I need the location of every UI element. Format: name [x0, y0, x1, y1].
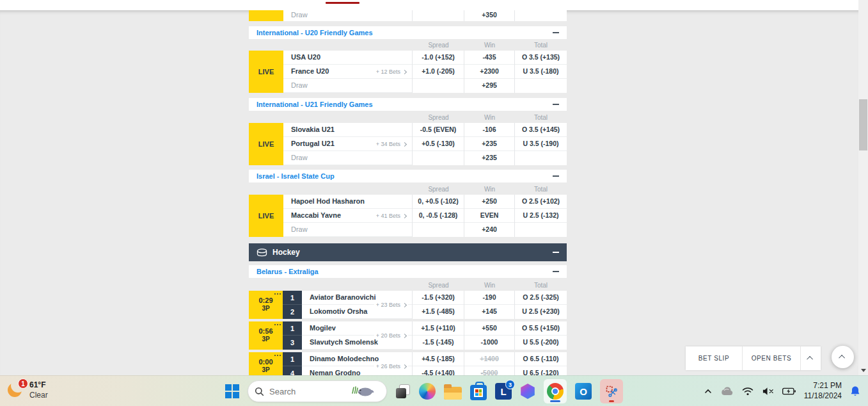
more-bets-link[interactable]: + 23 Bets: [374, 302, 408, 308]
chrome-icon: [547, 383, 564, 400]
spread-odds-cell[interactable]: [413, 79, 464, 93]
spread-odds-cell[interactable]: +1.5 (+110): [413, 321, 464, 336]
league-header[interactable]: Belarus - Extraliga: [249, 265, 567, 278]
outlook-icon[interactable]: O: [575, 383, 592, 400]
scrollbar-down-arrow[interactable]: [861, 369, 866, 372]
bet-slip-button[interactable]: BET SLIP: [686, 346, 742, 370]
win-odds-cell[interactable]: EVEN: [464, 209, 514, 223]
total-odds-cell[interactable]: U 5.5 (-200): [515, 336, 567, 350]
collapse-icon[interactable]: [553, 252, 559, 253]
spread-odds-cell[interactable]: -0.5 (EVEN): [413, 123, 464, 137]
more-options-icon[interactable]: [277, 355, 278, 356]
start-button[interactable]: [225, 384, 239, 398]
spread-odds-cell[interactable]: 0, +0.5 (-102): [413, 195, 464, 209]
copilot-icon[interactable]: [419, 383, 436, 400]
total-odds-cell[interactable]: O 2.5 (-325): [515, 291, 567, 305]
win-odds-cell[interactable]: +235: [464, 151, 514, 165]
league-header[interactable]: Israel - Israel State Cup: [249, 170, 567, 183]
total-odds-cell[interactable]: O 6.5 (-110): [515, 352, 567, 366]
scrollbar[interactable]: [858, 0, 868, 375]
win-odds-cell[interactable]: +295: [464, 79, 514, 93]
total-odds-cell[interactable]: U 6.5 (-120): [515, 366, 567, 375]
app-l-icon[interactable]: L 3: [495, 383, 512, 400]
win-odds-cell[interactable]: +2300: [464, 65, 514, 79]
collapse-icon[interactable]: [553, 104, 559, 105]
more-bets-link[interactable]: + 41 Bets: [374, 213, 408, 219]
win-odds-cell[interactable]: -435: [464, 51, 514, 65]
spread-odds-cell[interactable]: 0, -0.5 (-128): [413, 209, 464, 223]
chrome-taskbar-button[interactable]: [544, 379, 567, 403]
battery-charging-icon[interactable]: [782, 387, 796, 395]
more-bets-link[interactable]: + 20 Bets: [374, 332, 408, 339]
total-odds-cell[interactable]: U 3.5 (-180): [515, 65, 567, 79]
taskbar-clock[interactable]: 7:21 PM 11/18/2024: [804, 381, 842, 401]
win-odds-cell[interactable]: +235: [464, 137, 514, 151]
draw-row[interactable]: Draw: [283, 223, 412, 237]
spread-odds-cell[interactable]: -4.5 (+140): [413, 366, 464, 375]
weather-widget[interactable]: 1 61°F Clear: [6, 380, 48, 400]
spread-odds-cell[interactable]: +0.5 (-130): [413, 137, 464, 151]
spread-odds-cell[interactable]: -1.5 (+320): [413, 291, 464, 305]
total-odds-cell[interactable]: O 3.5 (+135): [515, 51, 567, 65]
total-column: O 6.5 (-110) U 6.5 (-120): [515, 352, 567, 375]
win-odds-cell[interactable]: -1000: [464, 336, 514, 350]
team-name[interactable]: Hapoel Hod Hasharon: [283, 195, 412, 209]
volume-muted-icon[interactable]: [762, 387, 774, 396]
snipping-tool-button[interactable]: [600, 379, 623, 403]
total-odds-cell[interactable]: U 3.5 (-190): [515, 137, 567, 151]
win-odds-cell[interactable]: -106: [464, 123, 514, 137]
scroll-to-top-button[interactable]: [832, 346, 854, 368]
taskbar-search-box[interactable]: [248, 380, 387, 402]
more-bets-link[interactable]: + 26 Bets: [374, 363, 408, 369]
win-odds-cell[interactable]: +550: [464, 321, 514, 336]
total-odds-cell[interactable]: [515, 79, 567, 93]
win-odds-cell[interactable]: +240: [464, 223, 514, 237]
expand-betslip-button[interactable]: [800, 346, 821, 370]
more-options-icon[interactable]: [277, 293, 278, 295]
spread-odds-cell[interactable]: -1.5 (-145): [413, 336, 464, 350]
more-bets-link[interactable]: + 34 Bets: [374, 141, 408, 147]
total-odds-cell[interactable]: O 3.5 (+145): [515, 123, 567, 137]
total-odds-cell[interactable]: U 2.5 (+230): [515, 305, 567, 319]
scrollbar-thumb[interactable]: [859, 99, 867, 150]
collapse-icon[interactable]: [553, 175, 559, 177]
spread-odds-cell[interactable]: [413, 10, 464, 20]
draw-row[interactable]: Draw: [283, 79, 412, 93]
total-odds-cell[interactable]: [515, 10, 567, 20]
win-odds-cell[interactable]: +145: [464, 305, 514, 319]
spread-odds-cell[interactable]: +4.5 (-185): [413, 352, 464, 366]
win-odds-cell[interactable]: -190: [464, 291, 514, 305]
microsoft-365-icon[interactable]: [520, 384, 535, 399]
total-odds-cell[interactable]: O 5.5 (+150): [515, 321, 567, 336]
microsoft-store-icon[interactable]: [470, 385, 487, 400]
league-header[interactable]: International - U21 Friendly Games: [249, 98, 567, 111]
win-odds-cell[interactable]: +250: [464, 195, 514, 209]
win-odds-cell[interactable]: +350: [464, 10, 514, 20]
open-bets-button[interactable]: OPEN BETS: [742, 346, 800, 370]
total-odds-cell[interactable]: U 2.5 (-132): [515, 209, 567, 223]
more-bets-link[interactable]: + 12 Bets: [374, 69, 408, 75]
total-odds-cell[interactable]: O 2.5 (+102): [515, 195, 567, 209]
spread-odds-cell[interactable]: +1.0 (-205): [413, 65, 464, 79]
onedrive-cloud-icon[interactable]: [720, 387, 734, 396]
spread-odds-cell[interactable]: [413, 151, 464, 165]
task-view-icon[interactable]: [395, 384, 411, 399]
spread-odds-cell[interactable]: [413, 223, 464, 237]
file-explorer-icon[interactable]: [444, 387, 462, 400]
tray-chevron-up-icon[interactable]: [704, 389, 712, 394]
team-name[interactable]: Slovakia U21: [283, 123, 412, 137]
team-name[interactable]: USA U20: [283, 51, 412, 65]
more-options-icon[interactable]: [277, 324, 278, 325]
wifi-icon[interactable]: [742, 387, 754, 396]
league-header[interactable]: International - U20 Friendly Games: [249, 26, 567, 39]
notification-bell-icon[interactable]: [850, 386, 860, 398]
draw-row[interactable]: Draw: [283, 151, 412, 165]
spread-odds-cell[interactable]: -1.0 (+152): [413, 51, 464, 65]
collapse-icon[interactable]: [553, 271, 559, 272]
collapse-icon[interactable]: [553, 32, 559, 33]
sport-header-hockey[interactable]: Hockey: [249, 243, 567, 261]
search-input[interactable]: [269, 387, 345, 396]
spread-odds-cell[interactable]: +1.5 (-485): [413, 305, 464, 319]
total-odds-cell[interactable]: [515, 151, 567, 165]
total-odds-cell[interactable]: [515, 223, 567, 237]
